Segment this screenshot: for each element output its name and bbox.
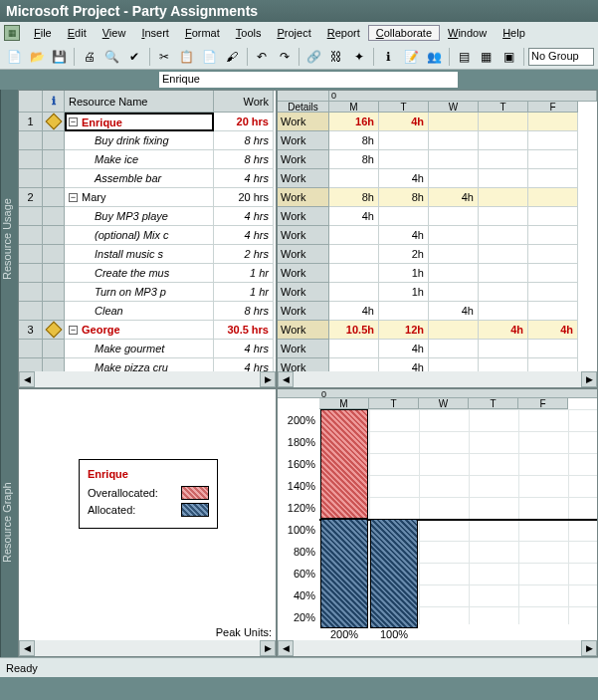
tp-cell[interactable] xyxy=(429,264,479,283)
copy-button[interactable]: 📋 xyxy=(176,47,197,67)
new-button[interactable]: 📄 xyxy=(4,47,25,67)
timephased-row[interactable]: Work8h xyxy=(278,131,597,150)
task-name-cell[interactable]: Install music s xyxy=(65,245,214,264)
tp-cell[interactable] xyxy=(429,340,479,358)
work-cell[interactable]: 20 hrs xyxy=(214,113,274,131)
tp-cell[interactable] xyxy=(379,150,429,169)
work-header[interactable]: Work xyxy=(214,91,274,113)
menu-format[interactable]: Format xyxy=(177,25,228,41)
tp-cell[interactable] xyxy=(429,207,479,226)
view-bar-graph[interactable]: Resource Graph xyxy=(0,388,18,657)
tp-cell[interactable] xyxy=(479,264,528,283)
tp-cell[interactable] xyxy=(479,131,528,150)
task-row[interactable]: Make gourmet4 hrs xyxy=(19,340,276,358)
graph-day-header[interactable]: W xyxy=(419,398,469,409)
tp-cell[interactable]: 4h xyxy=(429,302,479,321)
resource-row[interactable]: 3−George30.5 hrs xyxy=(19,321,276,340)
timephased-row[interactable]: Work10.5h12h4h4h xyxy=(278,321,597,340)
tp-cell[interactable]: 2h xyxy=(379,245,429,264)
task-row[interactable]: Install music s2 hrs xyxy=(19,245,276,264)
tp-cell[interactable]: 12h xyxy=(379,321,429,340)
row-number[interactable]: 2 xyxy=(19,188,43,207)
menu-window[interactable]: Window xyxy=(440,25,495,41)
task-work-cell[interactable]: 8 hrs xyxy=(214,302,274,321)
tp-cell[interactable] xyxy=(528,169,578,188)
tp-scroll-left-button[interactable]: ◀ xyxy=(278,371,294,387)
timephased-row[interactable]: Work1h xyxy=(278,264,597,283)
collapse-icon[interactable]: − xyxy=(69,193,78,202)
tp-cell[interactable] xyxy=(528,283,578,302)
publish-button[interactable]: ▤ xyxy=(454,47,475,67)
tp-scroll-right-button[interactable]: ▶ xyxy=(581,371,597,387)
tp-cell[interactable]: 1h xyxy=(379,264,429,283)
graph-legend-scroll-right[interactable]: ▶ xyxy=(260,640,276,656)
tp-cell[interactable]: 4h xyxy=(379,340,429,358)
redo-button[interactable]: ↷ xyxy=(274,47,295,67)
tp-cell[interactable] xyxy=(528,150,578,169)
task-name-cell[interactable]: Make gourmet xyxy=(65,340,214,358)
save-button[interactable]: 💾 xyxy=(50,47,71,67)
timephased-row[interactable]: Work4h4h xyxy=(278,302,597,321)
resource-name-cell[interactable]: −Enrique xyxy=(65,113,214,131)
row-number[interactable]: 3 xyxy=(19,321,43,340)
format-painter-button[interactable]: 🖌 xyxy=(222,47,243,67)
tp-cell[interactable] xyxy=(528,245,578,264)
day-header[interactable]: M xyxy=(329,102,379,113)
tp-cell[interactable]: 4h xyxy=(429,188,479,207)
graph-scroll-left-button[interactable]: ◀ xyxy=(278,640,294,656)
copy-picture-button[interactable]: ▣ xyxy=(498,47,519,67)
resource-row[interactable]: 1−Enrique20 hrs xyxy=(19,113,276,131)
paste-button[interactable]: 📄 xyxy=(199,47,220,67)
graph-left-scrollbar[interactable]: ◀ ▶ xyxy=(19,640,276,656)
link-button[interactable]: 🔗 xyxy=(303,47,324,67)
system-icon[interactable]: ▦ xyxy=(4,25,20,41)
task-name-cell[interactable]: Make ice xyxy=(65,150,214,169)
tp-cell[interactable] xyxy=(329,340,379,358)
task-name-cell[interactable]: Clean xyxy=(65,302,214,321)
resource-name-cell[interactable]: −Mary xyxy=(65,188,214,207)
task-work-cell[interactable]: 4 hrs xyxy=(214,226,274,245)
menu-view[interactable]: View xyxy=(95,25,134,41)
task-work-cell[interactable]: 1 hr xyxy=(214,264,274,283)
task-name-cell[interactable]: (optional) Mix c xyxy=(65,226,214,245)
scroll-left-button[interactable]: ◀ xyxy=(19,371,35,387)
timephased-row[interactable]: Work16h4h xyxy=(278,113,597,131)
tp-cell[interactable]: 10.5h xyxy=(329,321,379,340)
tp-cell[interactable]: 4h xyxy=(528,321,578,340)
task-name-cell[interactable]: Assemble bar xyxy=(65,169,214,188)
sheet-h-scrollbar[interactable]: ◀ ▶ xyxy=(19,371,276,387)
graph-day-header[interactable]: F xyxy=(518,398,568,409)
reports-button[interactable]: ▦ xyxy=(476,47,497,67)
timephased-row[interactable]: Work4h xyxy=(278,340,597,358)
task-row[interactable]: Make ice8 hrs xyxy=(19,150,276,169)
undo-button[interactable]: ↶ xyxy=(252,47,273,67)
print-button[interactable]: 🖨 xyxy=(79,47,100,67)
tp-cell[interactable] xyxy=(528,188,578,207)
tp-cell[interactable] xyxy=(329,245,379,264)
tp-cell[interactable] xyxy=(528,302,578,321)
tp-cell[interactable]: 8h xyxy=(379,188,429,207)
menu-edit[interactable]: Edit xyxy=(60,25,95,41)
task-row[interactable]: Assemble bar4 hrs xyxy=(19,169,276,188)
cut-button[interactable]: ✂ xyxy=(154,47,175,67)
day-header[interactable]: T xyxy=(479,102,528,113)
split-button[interactable]: ✦ xyxy=(349,47,370,67)
graph-day-header[interactable]: M xyxy=(319,398,369,409)
resource-row[interactable]: 2−Mary20 hrs xyxy=(19,188,276,207)
row-number[interactable]: 1 xyxy=(19,113,43,131)
tp-cell[interactable] xyxy=(379,302,429,321)
details-header[interactable]: Details xyxy=(278,102,329,113)
task-work-cell[interactable]: 4 hrs xyxy=(214,169,274,188)
entry-field[interactable]: Enrique xyxy=(159,72,458,88)
unlink-button[interactable]: ⛓ xyxy=(326,47,347,67)
timephased-row[interactable]: Work8h8h4h xyxy=(278,188,597,207)
timephased-row[interactable]: Work4h xyxy=(278,169,597,188)
print-preview-button[interactable]: 🔍 xyxy=(101,47,122,67)
tp-cell[interactable]: 8h xyxy=(329,131,379,150)
graph-day-header[interactable]: T xyxy=(369,398,419,409)
info-button[interactable]: ℹ xyxy=(378,47,399,67)
tp-cell[interactable] xyxy=(429,150,479,169)
tp-cell[interactable]: 4h xyxy=(379,226,429,245)
work-cell[interactable]: 30.5 hrs xyxy=(214,321,274,340)
timephased-row[interactable]: Work4h xyxy=(278,226,597,245)
